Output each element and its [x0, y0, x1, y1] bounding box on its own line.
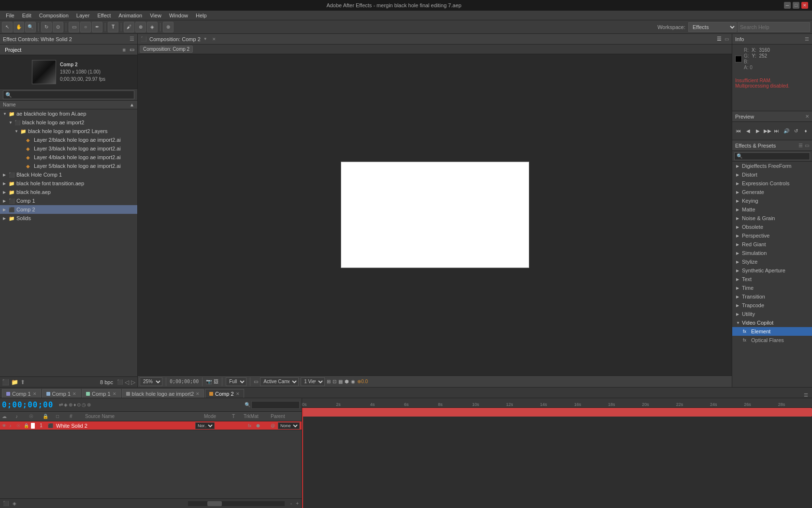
effects-expand[interactable]: ▭ [805, 143, 809, 148]
effects-search-input[interactable] [734, 152, 810, 160]
layer-mode-select[interactable]: Nor... [195, 422, 215, 429]
menu-effect[interactable]: Effect [93, 11, 115, 20]
effect-video-copilot[interactable]: ▼ Video Copilot [732, 318, 812, 327]
zoom-in-btn[interactable]: - [290, 501, 292, 506]
scrollbar-thumb[interactable] [207, 501, 222, 506]
prev-frame-btn[interactable]: ◀ [744, 126, 753, 135]
menu-composition[interactable]: Composition [35, 11, 72, 20]
play-btn[interactable]: ▶ [754, 126, 762, 135]
effects-menu[interactable]: ☰ [798, 143, 803, 148]
expand-arrow[interactable]: ▼ [3, 112, 9, 116]
effect-digieffects[interactable]: ▶ Digieffects FreeForm [732, 162, 812, 170]
layer-row-1[interactable]: 👁 ♪ ☉ 🔒 1 ⬛ White Solid 2 Nor... fx ⬢ [0, 421, 302, 430]
project-item-10[interactable]: ▶ 📁 black hole.aep [0, 188, 137, 196]
effect-text[interactable]: ▶ Text [732, 275, 812, 284]
timeline-ctrl-btn-1[interactable]: ⇄ [59, 402, 63, 407]
effect-generate[interactable]: ▶ Generate [732, 188, 812, 196]
effect-optical-flares[interactable]: fx Optical Flares [732, 336, 812, 344]
timeline-tab-comp1-3[interactable]: Comp 1 ✕ [82, 389, 121, 398]
menu-window[interactable]: Window [165, 11, 192, 20]
timecode-display[interactable]: 0;00;00;00 [2, 400, 53, 409]
hand-tool[interactable]: ✋ [14, 22, 24, 32]
menu-layer[interactable]: Layer [72, 11, 94, 20]
effect-red-giant[interactable]: ▶ Red Giant [732, 240, 812, 249]
tab-close-btn[interactable]: ✕ [72, 391, 76, 396]
show-snapshot-btn[interactable]: 🖼 [214, 379, 218, 384]
transparency-btn[interactable]: ▦ [338, 379, 343, 384]
layer-parent-select[interactable]: None [278, 422, 300, 429]
timeline-ctrl-btn-6[interactable]: ◷ [82, 402, 86, 407]
zoom-dropdown[interactable]: 25% [140, 377, 162, 386]
workspace-dropdown[interactable]: Effects [688, 22, 737, 32]
timeline-tab-comp2[interactable]: Comp 2 ✕ [205, 389, 244, 398]
comp-panel-expand[interactable]: ▭ [725, 36, 729, 42]
layer-lock-btn[interactable]: 🔒 [24, 423, 29, 428]
effect-element[interactable]: fx Element [732, 327, 812, 336]
expand-arrow[interactable]: ▶ [3, 173, 9, 177]
rotate-tool[interactable]: ↻ [41, 22, 52, 32]
comp-panel-menu[interactable]: ☰ [717, 36, 722, 42]
paint-tool[interactable]: 🖌 [124, 22, 134, 32]
tab-close-btn[interactable]: ✕ [196, 391, 200, 396]
rect-tool[interactable]: ▭ [69, 22, 79, 32]
last-frame-btn[interactable]: ⏭ [773, 126, 782, 135]
grid-btn[interactable]: ⊞ [327, 379, 331, 384]
layer-audio-btn[interactable]: ♪ [9, 423, 15, 428]
col-sort-icon[interactable]: ▲ [130, 102, 134, 107]
ellipse-tool[interactable]: ○ [80, 22, 91, 32]
expand-arrow[interactable]: ▶ [3, 199, 9, 203]
effect-time[interactable]: ▶ Time [732, 284, 812, 292]
menu-help[interactable]: Help [192, 11, 211, 20]
effect-noise[interactable]: ▶ Noise & Grain [732, 214, 812, 223]
selection-tool[interactable]: ↖ [2, 22, 13, 32]
project-panel-icon[interactable]: ≡ [123, 47, 126, 53]
layer-effects-icon[interactable]: fx [248, 423, 254, 428]
timeline-ctrl-btn-3[interactable]: ⊕ [69, 402, 72, 407]
project-item-8[interactable]: ▶ ⬛ Black Hole Comp 1 [0, 170, 137, 179]
audio-btn[interactable]: 🔊 [782, 126, 791, 135]
import-icon[interactable]: ⬆ [20, 379, 25, 386]
effect-obsolete[interactable]: ▶ Obsolete [732, 223, 812, 231]
layer-vis-btn[interactable]: 👁 [2, 423, 8, 428]
effect-transition[interactable]: ▶ Transition [732, 292, 812, 301]
effect-trapcode[interactable]: ▶ Trapcode [732, 301, 812, 310]
project-item-5[interactable]: ▶ ◆ Layer 3/black hole logo ae import2.a… [0, 144, 137, 153]
project-list[interactable]: ▼ 📁 ae blackhole logo from Ai.aep ▼ ⬛ bl… [0, 109, 137, 376]
timeline-menu[interactable]: ☰ [804, 392, 808, 398]
project-item-13[interactable]: ▶ 📁 Solids [0, 214, 137, 223]
timeline-ctrl-btn-7[interactable]: ⊛ [87, 402, 91, 407]
timeline-tab-comp1-1[interactable]: Comp 1 ✕ [2, 389, 41, 398]
project-panel-expand[interactable]: ▭ [130, 46, 134, 53]
effect-synthetic[interactable]: ▶ Synthetic Aperture [732, 266, 812, 275]
comp-panel-close[interactable]: ✕ [212, 37, 216, 42]
expand-arrow[interactable]: ▶ [3, 181, 9, 186]
first-frame-btn[interactable]: ⏮ [734, 126, 743, 135]
tab-close-btn[interactable]: ✕ [236, 391, 240, 396]
project-item-3[interactable]: ▼ 📁 black hole logo ae import2 Layers [0, 127, 137, 135]
effect-expression[interactable]: ▶ Expression Controls [732, 179, 812, 188]
menu-view[interactable]: View [146, 11, 165, 20]
effect-stylize[interactable]: ▶ Stylize [732, 257, 812, 266]
preview-menu[interactable]: ✕ [805, 114, 809, 119]
minimize-button[interactable]: ─ [784, 2, 791, 9]
puppet-tool[interactable]: ⊛ [163, 22, 174, 32]
right-arrow-icon[interactable]: ▷ [131, 379, 135, 386]
tab-close-btn[interactable]: ✕ [113, 391, 116, 396]
color-settings[interactable]: ⬛ [117, 379, 123, 385]
project-tab[interactable]: Project [3, 47, 23, 53]
playhead[interactable] [302, 408, 303, 508]
timeline-tab-comp1-2[interactable]: Comp 1 ✕ [42, 389, 81, 398]
project-item-11[interactable]: ▶ ⬛ Comp 1 [0, 196, 137, 205]
tab-close-btn[interactable]: ✕ [33, 391, 37, 396]
timeline-search[interactable] [251, 401, 300, 409]
project-item-6[interactable]: ▶ ◆ Layer 4/black hole logo ae import2.a… [0, 153, 137, 162]
project-item-12[interactable]: ▶ ⬛ Comp 2 [0, 205, 137, 214]
timeline-ctrl-btn-4[interactable]: ♦ [73, 402, 76, 407]
info-panel-menu[interactable]: ☰ [805, 36, 809, 42]
effect-perspective[interactable]: ▶ Perspective [732, 231, 812, 240]
effect-matte[interactable]: ▶ Matte [732, 205, 812, 214]
composition-viewer[interactable] [138, 54, 732, 375]
region-of-interest-btn[interactable]: ▭ [254, 379, 258, 384]
snapshot-btn[interactable]: 📷 [206, 379, 212, 384]
project-item-9[interactable]: ▶ 📁 black hole font transition.aep [0, 179, 137, 188]
